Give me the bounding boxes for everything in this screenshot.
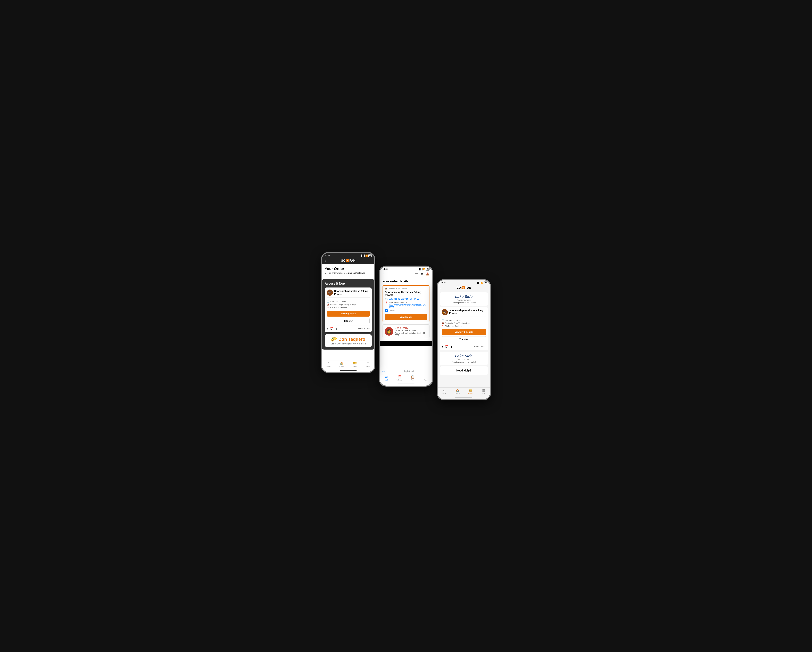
- calendar-icon-left[interactable]: 📅: [330, 327, 334, 331]
- apps-icon: ⋮⋮: [423, 375, 429, 379]
- access-section: Access It Now 🦅 Sponsorship Hawks vs Pil…: [322, 279, 374, 350]
- phone-left-content: Your Order ✔ This order was sent to pnol…: [322, 264, 374, 360]
- nav-home-left[interactable]: ⌂ Home: [322, 361, 335, 367]
- ticket-actions-left: ♦ 📅 ⬆ Event details: [327, 326, 369, 331]
- schools-icon-right: 🏫: [455, 388, 459, 392]
- time-right: 10:26: [440, 282, 446, 284]
- signal-icon: ▐▐▐: [360, 254, 365, 257]
- sponsor-card-top: Lake Side Home Insurance Proud sponsor o…: [440, 292, 488, 306]
- reply-to-all-text[interactable]: Reply to All: [387, 370, 430, 373]
- ticket-count-row: P 1 ticket: [385, 309, 427, 312]
- phone-left-screen: 10:25 ▐▐▐ 📶 82 ‹ GO ★ FAN: [322, 253, 374, 372]
- mail-nav-mail[interactable]: ✉ Mail: [380, 375, 393, 381]
- ad-info: Jess Reily REAL ESTATE AGENT Buy or sell…: [395, 327, 427, 336]
- view-my-ticket-button[interactable]: View my ticket: [327, 311, 369, 317]
- battery-right: 82: [484, 282, 487, 284]
- ticket-venue: Big Brands Stadium: [330, 307, 347, 309]
- ticket-count-text: 1 ticket: [389, 309, 395, 312]
- ellipsis-icon[interactable]: •••: [415, 273, 418, 276]
- transfer-button-left[interactable]: Transfer: [327, 318, 369, 324]
- ticket-header-right: 🦅 Sponsorship Hawks vs Pilling Pirates: [442, 309, 486, 317]
- hawk-emoji: 🦅: [328, 291, 332, 295]
- nav-schools-left[interactable]: 🏫 Schools: [335, 361, 348, 367]
- home-indicator-right: [438, 396, 490, 399]
- lakeside-logo-top: Lake Side: [442, 294, 486, 299]
- more-icon-right: ☰: [482, 388, 485, 392]
- mail-nav-apps[interactable]: ⋮⋮ Apps: [419, 375, 432, 381]
- ad-card-center: 👩 Jess Reily REAL ESTATE AGENT Buy or se…: [383, 324, 429, 338]
- nav-more-right[interactable]: ☰ More: [477, 388, 490, 395]
- nav-tickets-left[interactable]: 🎫 Tickets: [348, 361, 361, 367]
- time-center: 10:31: [383, 268, 388, 270]
- lakeside-name-bottom: Lake Side: [455, 354, 473, 358]
- venue-address-link[interactable]: 5900 Windward Parkway, Alpharetta, GA 30…: [389, 304, 425, 308]
- person-emoji: 👩: [386, 329, 392, 334]
- help-section: Need Help?: [440, 366, 488, 375]
- back-button-right[interactable]: ‹: [440, 286, 441, 290]
- diamond-icon[interactable]: ♦: [327, 327, 328, 330]
- ticket-card-header: 🦅 Sponsorship Hawks vs Pilling Pirates: [327, 289, 369, 297]
- event-details-link-left[interactable]: Event details: [358, 328, 369, 330]
- wifi-icon-2: 📶: [423, 268, 426, 270]
- battery-left: 82: [368, 254, 372, 257]
- ticket-info-right: Sponsorship Hawks vs Pilling Pirates: [449, 309, 486, 315]
- sport-tag-center: 🦅 Football - Boys Varsity: [385, 288, 427, 290]
- event-details-link-right[interactable]: Event details: [474, 346, 486, 348]
- promo-name: Don Taquero: [338, 337, 365, 342]
- sponsor-sub-bottom: Home Insurance: [442, 358, 486, 360]
- reply-arrows-icon[interactable]: ⇇ ∨: [382, 370, 386, 373]
- home-indicator-center: [380, 382, 432, 385]
- ticket-date-right: 🕐 Sun, Dec 31, 2023: [442, 319, 486, 321]
- nav-home-right[interactable]: ⌂ Home: [438, 388, 451, 395]
- home-icon-left: ⌂: [328, 361, 330, 365]
- home-bar-center: [397, 384, 415, 384]
- view-my-5-tickets-button[interactable]: View my 5 tickets: [442, 329, 486, 335]
- nav-tickets-right[interactable]: 🎫 Tickets: [464, 388, 477, 395]
- calendar-label: Calendar: [396, 379, 403, 381]
- lakeside-logo-bottom: Lake Side: [442, 354, 486, 358]
- home-bar-left: [340, 370, 357, 371]
- sport-tag-text: Football - Boys Varsity: [388, 288, 406, 290]
- nav-more-left[interactable]: ☰ More: [361, 361, 374, 367]
- transfer-button-right[interactable]: Transfer: [442, 336, 486, 342]
- mail-nav-calendar[interactable]: 📅 Calendar: [393, 375, 406, 381]
- share-icon-right[interactable]: ⬆: [450, 345, 453, 348]
- nav-schools-right[interactable]: 🏫 Schools: [451, 388, 464, 395]
- status-icons-right: ▐▐▐ 📶 82: [476, 282, 487, 284]
- archive-icon[interactable]: 📥: [426, 273, 429, 276]
- check-icon: ✔: [325, 272, 327, 274]
- trash-icon[interactable]: 🗑: [421, 273, 423, 276]
- logo-star-icon: ★: [346, 259, 349, 262]
- view-tickets-button[interactable]: View tickets: [385, 314, 427, 320]
- sport-icon-1: 🏈: [327, 303, 329, 306]
- email-back-button[interactable]: ‹: [383, 272, 383, 276]
- ticket-logo-right: 🦅: [442, 309, 448, 315]
- ticket-venue-right: 📍 Big Brands Stadium: [442, 325, 486, 327]
- calendar-icon-right[interactable]: 📅: [445, 345, 449, 348]
- tickets-icon-left: 🎫: [353, 361, 357, 365]
- more-icon-left: ☰: [366, 361, 369, 365]
- promo-card-left: 🌮 Don Taquero Use "GUAC" for free guac w…: [325, 334, 372, 347]
- ticket-venue-row: 📍 Big Brands Stadium: [327, 306, 369, 309]
- status-icons-center: ▐▐▐ 📶 81: [418, 268, 429, 271]
- ticket-info: Sponsorship Hawks vs Pilling Pirates: [334, 289, 369, 296]
- share-icon-left[interactable]: ⬆: [336, 327, 338, 331]
- ticket-actions-right: ♦ 📅 ⬆ Event details: [442, 344, 486, 348]
- event-date-link[interactable]: Sun, Dec 31, 2023 at 7:00 PM EST: [389, 298, 420, 300]
- wifi-icon-3: 📶: [481, 282, 483, 284]
- clock-icon-1: 🕐: [327, 300, 329, 303]
- venue-text-right: Big Brands Stadium: [445, 325, 461, 327]
- mail-nav-feed[interactable]: 📋 Feed: [406, 375, 419, 381]
- ad-contact: Buy or sell, call me today! (555) 144-58…: [395, 332, 427, 336]
- diamond-icon-right[interactable]: ♦: [442, 345, 443, 348]
- ad-name: Jess Reily: [395, 327, 427, 330]
- back-button-left[interactable]: ‹: [325, 259, 326, 262]
- status-bar-left: 10:25 ▐▐▐ 📶 82: [322, 253, 374, 257]
- status-bar-right: 10:26 ▐▐▐ 📶 82: [438, 280, 490, 285]
- location-icon-right: 📍: [442, 325, 444, 327]
- phone-center-screen: 10:31 ▐▐▐ 📶 81 ‹ ••• 🗑 📥: [380, 267, 432, 385]
- status-icons-left: ▐▐▐ 📶 82: [360, 254, 372, 257]
- signal-icon-3: ▐▐▐: [476, 282, 480, 284]
- signal-icon-2: ▐▐▐: [418, 268, 422, 270]
- tickets-icon-right: 🎫: [469, 388, 472, 392]
